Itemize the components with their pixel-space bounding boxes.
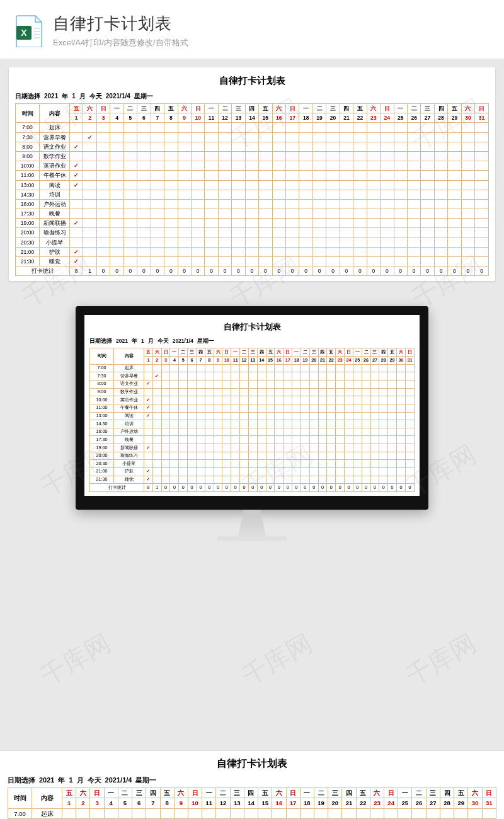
check-cell[interactable] [231,380,240,388]
check-cell[interactable] [123,247,137,256]
check-cell[interactable] [170,364,179,372]
check-cell[interactable] [353,190,367,199]
check-cell[interactable] [397,388,406,396]
check-cell[interactable] [191,161,204,171]
check-cell[interactable] [240,452,249,460]
check-cell[interactable] [188,380,197,388]
check-cell[interactable] [275,460,284,468]
check-cell[interactable] [259,209,272,219]
check-cell[interactable] [318,372,327,381]
check-cell[interactable] [327,436,336,444]
check-cell[interactable] [152,428,161,436]
check-cell[interactable] [421,199,434,209]
check-cell[interactable] [248,452,257,460]
check-cell[interactable] [266,476,275,484]
check-cell[interactable] [405,388,414,396]
check-cell[interactable] [434,219,447,228]
check-cell[interactable] [259,161,272,171]
check-cell[interactable] [96,161,110,171]
check-cell[interactable] [178,257,191,266]
check-cell[interactable] [248,412,257,420]
check-cell[interactable] [188,364,197,372]
check-cell[interactable] [327,412,336,420]
check-cell[interactable] [434,180,447,190]
check-cell[interactable] [259,180,272,190]
check-cell[interactable] [275,412,284,420]
check-cell[interactable] [83,219,96,228]
check-cell[interactable] [191,257,204,266]
check-cell[interactable] [475,123,489,132]
check-cell[interactable] [448,132,461,142]
check-cell[interactable] [379,388,388,396]
check-cell[interactable] [326,247,340,256]
check-cell[interactable] [152,452,161,460]
check-cell[interactable] [394,219,407,228]
check-cell[interactable] [179,476,188,484]
check-cell[interactable] [170,380,179,388]
check-cell[interactable] [110,171,123,180]
check-cell[interactable] [292,412,301,420]
check-cell[interactable] [196,428,205,436]
check-cell[interactable] [301,388,309,396]
check-cell[interactable] [96,257,110,266]
check-cell[interactable] [299,180,312,190]
check-cell[interactable] [461,257,474,266]
check-cell[interactable] [342,808,356,818]
check-cell[interactable] [318,460,327,468]
check-cell[interactable] [340,161,353,171]
check-cell[interactable] [214,404,222,412]
check-cell[interactable] [188,396,197,404]
check-cell[interactable] [397,476,406,484]
check-cell[interactable] [299,161,312,171]
check-cell[interactable] [434,190,447,199]
check-cell[interactable] [164,123,178,132]
check-cell[interactable] [245,228,258,238]
check-cell[interactable] [205,257,218,266]
check-cell[interactable] [266,428,275,436]
check-cell[interactable] [164,199,178,209]
check-cell[interactable] [407,151,420,161]
check-cell[interactable] [191,171,204,180]
check-cell[interactable] [421,161,434,171]
check-cell[interactable] [214,420,222,428]
check-cell[interactable] [318,476,327,484]
check-cell[interactable] [191,238,204,247]
check-cell[interactable] [218,238,231,247]
check-cell[interactable] [292,452,301,460]
check-cell[interactable] [336,420,345,428]
check-cell[interactable] [336,412,345,420]
check-cell[interactable] [367,238,380,247]
check-cell[interactable] [164,142,178,151]
check-cell[interactable] [312,238,326,247]
check-cell[interactable] [309,388,318,396]
check-cell[interactable] [301,412,309,420]
check-cell[interactable] [336,380,345,388]
check-cell[interactable] [222,396,231,404]
check-cell[interactable] [367,132,380,142]
check-cell[interactable] [137,238,151,247]
check-cell[interactable] [232,219,245,228]
check-cell[interactable] [309,428,318,436]
check-cell[interactable] [381,199,394,209]
check-cell[interactable] [353,151,367,161]
check-cell[interactable] [379,444,388,452]
check-cell[interactable] [151,123,164,132]
check-cell[interactable] [286,228,299,238]
check-cell[interactable] [353,388,362,396]
check-cell[interactable] [83,123,96,132]
check-cell[interactable] [370,364,379,372]
check-cell[interactable] [468,808,482,818]
check-cell[interactable] [461,247,474,256]
check-cell[interactable] [326,132,340,142]
check-cell[interactable] [345,444,353,452]
check-cell[interactable] [299,228,312,238]
check-cell[interactable] [96,123,110,132]
check-cell[interactable] [286,171,299,180]
check-cell[interactable] [370,444,379,452]
check-cell[interactable] [434,199,447,209]
check-cell[interactable] [475,257,489,266]
check-cell[interactable] [461,190,474,199]
check-cell[interactable] [205,190,218,199]
check-cell[interactable] [405,436,414,444]
check-cell[interactable] [407,199,420,209]
